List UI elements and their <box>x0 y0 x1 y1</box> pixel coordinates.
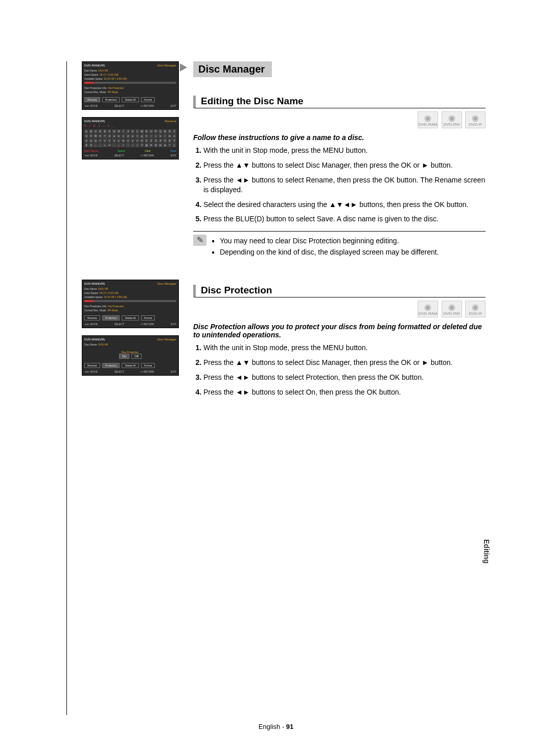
note-box: You may need to clear Disc Protection be… <box>193 231 486 256</box>
step: Press the ◄► buttons to select Rename, t… <box>203 175 486 195</box>
step: Press the BLUE(D) button to select Save.… <box>203 214 486 224</box>
left-margin-rule <box>66 61 67 715</box>
disc-icon: DVD-RAM <box>418 111 438 128</box>
side-tab-editing: Editing <box>482 539 491 563</box>
osd-protection-dialog: DVD-RAM(VR)Disc Manager Disc Name DVD-VR… <box>82 335 179 376</box>
page-footer: English - 91 <box>0 723 552 730</box>
step: Press the ◄► buttons to select Protectio… <box>203 373 486 382</box>
osd-disc-manager-prot: DVD-RAM(VR)Disc Manager Disc Name DVD-VR… <box>82 280 179 328</box>
note-item: You may need to clear Disc Protection be… <box>220 237 486 245</box>
disc-type-icons: DVD-RAM DVD-RW DVD-R <box>193 301 486 317</box>
osd-rename-keyboard: DVD-RAM(VR)Rename D I S C – 1 _ ABCDEFGH… <box>82 117 179 159</box>
step: Select the desired characters using the … <box>203 200 486 210</box>
step: Press the ▲▼ buttons to select Disc Mana… <box>203 358 486 368</box>
disc-icon: DVD-R <box>465 301 486 317</box>
disc-icon: DVD-RW <box>442 301 462 317</box>
step: Press the ▲▼ buttons to select Disc Mana… <box>203 161 486 170</box>
chapter-title: Disc Manager <box>193 61 272 77</box>
note-item: Depending on the kind of disc, the displ… <box>220 248 486 256</box>
section-editing-disc-name: Editing the Disc Name <box>193 96 486 108</box>
steps-list: With the unit in Stop mode, press the ME… <box>193 343 486 397</box>
step: Press the ◄► buttons to select On, then … <box>203 387 486 397</box>
instruction-lead: Follow these instructions to give a name… <box>193 133 486 142</box>
disc-icon: DVD-RAM <box>418 301 438 317</box>
osd-disc-manager: DVD-RAM(VR)Disc Manager Disc Name DVD-VR… <box>82 61 179 110</box>
instruction-lead: Disc Protection allows you to protect yo… <box>193 323 486 339</box>
step: With the unit in Stop mode, press the ME… <box>203 146 486 155</box>
steps-list: With the unit in Stop mode, press the ME… <box>193 146 486 224</box>
disc-icon: DVD-R <box>465 111 486 128</box>
step: With the unit in Stop mode, press the ME… <box>203 343 486 353</box>
disc-icon: DVD-RW <box>442 111 462 128</box>
disc-type-icons: DVD-RAM DVD-RW DVD-R <box>193 111 486 128</box>
section-disc-protection: Disc Protection <box>193 285 486 297</box>
